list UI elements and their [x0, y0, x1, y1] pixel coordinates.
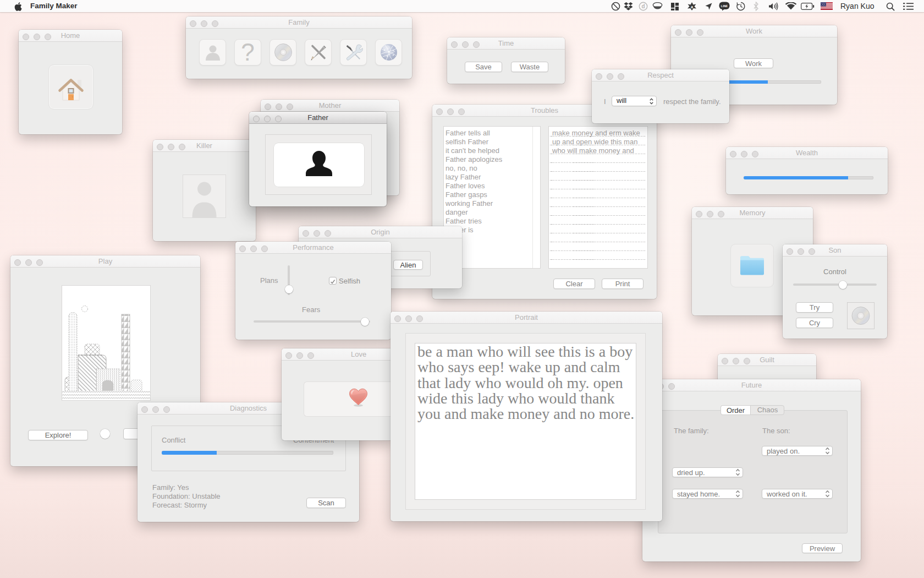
svg-text:LINE: LINE	[721, 4, 728, 8]
svg-text:d: d	[641, 3, 645, 9]
svg-text:a: a	[691, 4, 693, 9]
